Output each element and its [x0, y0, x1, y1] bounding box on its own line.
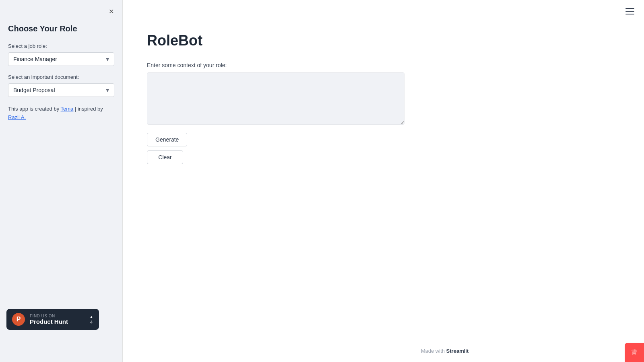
footer-brand: Streamlit [446, 348, 469, 354]
product-hunt-logo: P [12, 313, 25, 326]
page-title: RoleBot [147, 32, 461, 49]
product-hunt-name: Product Hunt [30, 318, 68, 325]
job-role-label: Select a job role: [8, 43, 114, 49]
product-hunt-votes: ▲ 4 [89, 315, 93, 325]
sidebar-title: Choose Your Role [8, 24, 114, 33]
hamburger-line-1 [625, 8, 634, 9]
document-select[interactable]: Budget Proposal Business Plan Project Ch… [8, 83, 114, 97]
hamburger-line-2 [625, 11, 634, 12]
attribution-text: This app is created by Tema | inspired b… [8, 105, 114, 122]
main-content: RoleBot Enter some context of your role:… [123, 0, 644, 362]
generate-button[interactable]: Generate [147, 133, 187, 146]
document-select-wrapper: Budget Proposal Business Plan Project Ch… [8, 83, 114, 97]
product-hunt-badge[interactable]: P FIND US ON Product Hunt ▲ 4 [6, 309, 99, 330]
button-row: Generate Clear [147, 133, 461, 164]
streamlit-crown-icon: ♕ [625, 343, 644, 362]
hamburger-menu-button[interactable] [624, 6, 636, 16]
razii-link[interactable]: Razii A. [8, 114, 26, 120]
tema-link[interactable]: Tema [61, 106, 74, 112]
hamburger-line-3 [625, 14, 634, 14]
product-hunt-text: FIND US ON Product Hunt [30, 314, 68, 325]
job-role-select[interactable]: Finance Manager Software Engineer Produc… [8, 52, 114, 66]
context-label: Enter some context of your role: [147, 62, 461, 68]
footer: Made with Streamlit [246, 348, 644, 354]
document-label: Select an important document: [8, 74, 114, 80]
clear-button[interactable]: Clear [147, 150, 183, 164]
footer-prefix: Made with [421, 348, 446, 354]
sidebar-close-button[interactable]: ✕ [106, 6, 116, 16]
context-textarea[interactable] [147, 72, 405, 125]
job-role-select-wrapper: Finance Manager Software Engineer Produc… [8, 52, 114, 66]
product-hunt-find-us-label: FIND US ON [30, 314, 68, 318]
sidebar: ✕ Choose Your Role Select a job role: Fi… [0, 0, 123, 362]
